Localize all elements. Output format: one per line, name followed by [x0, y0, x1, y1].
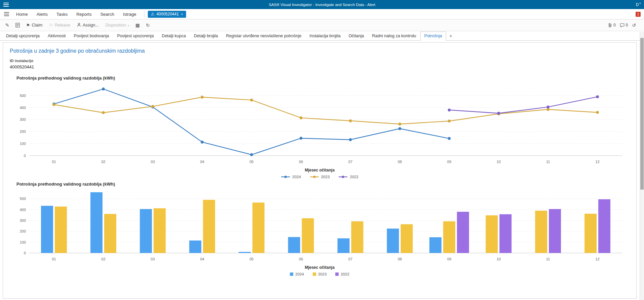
svg-text:07: 07 [348, 257, 352, 261]
nav-item-search[interactable]: Search [96, 12, 119, 17]
svg-text:11: 11 [546, 257, 550, 261]
svg-text:400: 400 [20, 106, 26, 110]
main-navbar: Home Alerts Tasks Reports Search Istrage… [0, 9, 644, 19]
tab-registar-neovlastene-potrosnje[interactable]: Registar utvrđene neovlaštene potrošnje [222, 32, 305, 40]
release-button[interactable]: ⚐Release [46, 21, 73, 29]
tab-potrosnja[interactable]: Potrošnja [420, 32, 446, 41]
nav-item-reports[interactable]: Reports [72, 12, 96, 17]
bar-chart-title: Potrošnja prethodnog validnog razdoblja … [16, 182, 630, 187]
line-chart-title: Potrošnja prethodnog validnog razdoblja … [16, 76, 630, 81]
svg-text:03: 03 [151, 257, 155, 261]
svg-text:0: 0 [24, 154, 26, 158]
user-initial: D [636, 2, 639, 7]
svg-text:05: 05 [250, 257, 254, 261]
svg-text:05: 05 [250, 160, 254, 164]
alert-toolbar: ✎ ⚑Claim ⚐Release Assign... Disposition▾… [0, 19, 644, 31]
tab-aktivnosti[interactable]: Aktivnosti [44, 32, 70, 40]
svg-text:04: 04 [200, 257, 204, 261]
separator [144, 11, 144, 17]
assign-button[interactable]: Assign... [74, 21, 102, 29]
notification-badge[interactable]: 1 [636, 12, 641, 17]
toolbar-right-group: 0 0 ↺ [608, 22, 641, 28]
vertical-scrollbar-thumb[interactable] [640, 38, 644, 190]
history-icon[interactable]: ↺ [632, 22, 636, 28]
legend-item-2023[interactable]: 2023 [313, 272, 327, 276]
paperclip-icon [608, 23, 612, 28]
swatch-icon [335, 272, 339, 276]
bar-chart-legend: 202420232022 [9, 272, 630, 276]
comments-button[interactable]: 0 [620, 23, 628, 28]
installation-id-value: 4000520441 [10, 64, 630, 69]
grid-view-icon[interactable]: ▦ [133, 21, 142, 29]
tab-povijest-upozorenja[interactable]: Povijest upozorenja [113, 32, 158, 40]
legend-item-2022[interactable]: 2022 [338, 175, 358, 179]
svg-text:08: 08 [398, 160, 402, 164]
svg-text:01: 01 [52, 160, 56, 164]
svg-text:06: 06 [299, 257, 303, 261]
window-title: SAS® Visual Investigator - Investigate a… [0, 3, 644, 7]
nav-item-istrage[interactable]: Istrage [119, 12, 141, 17]
line-marker-icon [310, 175, 319, 179]
nav-item-tasks[interactable]: Tasks [52, 12, 72, 17]
swatch-icon [313, 272, 316, 276]
notes-icon[interactable] [13, 22, 23, 29]
hamburger-menu-icon[interactable] [3, 3, 9, 7]
svg-text:100: 100 [20, 240, 26, 244]
nav-list-icon[interactable] [4, 12, 9, 16]
legend-item-2024[interactable]: 2024 [281, 175, 301, 179]
tab-detalji-upozorenja[interactable]: Detalji upozorenja [2, 32, 44, 40]
close-icon[interactable]: × [181, 12, 183, 16]
swatch-icon [290, 272, 293, 276]
svg-text:200: 200 [20, 130, 26, 134]
alert-warning-icon: ⚠ [151, 12, 155, 16]
line-marker-icon [338, 175, 348, 179]
page-title: Potrošnja u zadnje 3 godine po obračunsk… [10, 48, 630, 54]
add-tab-button[interactable]: + [446, 32, 456, 40]
svg-text:02: 02 [101, 160, 105, 164]
legend-item-2022[interactable]: 2022 [335, 272, 349, 276]
svg-text:01: 01 [52, 257, 56, 261]
tab-povijest-bodovanja[interactable]: Povijest bodovanja [70, 32, 113, 40]
assign-person-icon [77, 23, 81, 28]
open-alert-tab[interactable]: ⚠ 4000520441 × [148, 11, 186, 18]
nav-item-alerts[interactable]: Alerts [32, 12, 52, 17]
line-chart-x-axis-title: Mjesec očitanja [9, 168, 630, 172]
chevron-down-icon: ▾ [639, 2, 641, 5]
legend-item-2023[interactable]: 2023 [310, 175, 330, 179]
svg-text:500: 500 [20, 197, 26, 201]
user-menu[interactable]: D▾ [636, 2, 641, 7]
disposition-button[interactable]: Disposition▾ [102, 21, 132, 29]
consumption-bar-chart: 0100200300400500010203040506070809101112 [9, 187, 630, 265]
refresh-icon[interactable]: ↻ [143, 21, 153, 29]
legend-item-2024[interactable]: 2024 [290, 272, 304, 276]
top-window-bar: SAS® Visual Investigator - Investigate a… [0, 0, 644, 9]
svg-text:300: 300 [20, 117, 26, 121]
svg-text:02: 02 [101, 257, 105, 261]
svg-text:200: 200 [20, 229, 26, 233]
chevron-down-icon: ▾ [128, 24, 129, 27]
tab-radni-nalog-za-kontrolu[interactable]: Radni nalog za kontrolu [368, 32, 420, 40]
tab-ocitanja[interactable]: Očitanja [345, 32, 368, 40]
svg-text:04: 04 [200, 160, 204, 164]
svg-text:12: 12 [595, 257, 599, 261]
vertical-scrollbar-track[interactable] [640, 32, 644, 300]
claim-flag-icon: ⚑ [26, 23, 30, 28]
line-marker-icon [281, 175, 290, 179]
tab-detalji-kupca[interactable]: Detalji kupca [158, 32, 190, 40]
consumption-line-chart: 0100200300400500010203040506070809101112 [9, 81, 630, 168]
svg-text:09: 09 [447, 257, 451, 261]
edit-pencil-icon[interactable]: ✎ [3, 21, 12, 29]
svg-text:400: 400 [20, 207, 26, 211]
line-chart-legend: 202420232022 [9, 175, 630, 179]
svg-text:500: 500 [20, 94, 26, 98]
svg-text:07: 07 [348, 160, 352, 164]
comment-bubble-icon [620, 23, 625, 28]
claim-button[interactable]: ⚑Claim [23, 21, 46, 29]
attachments-button[interactable]: 0 [608, 23, 616, 28]
svg-text:10: 10 [497, 257, 501, 261]
nav-item-home[interactable]: Home [12, 12, 32, 17]
svg-text:09: 09 [447, 160, 451, 164]
tab-detalji-brojila[interactable]: Detalji brojila [190, 32, 222, 40]
tab-instalacija-brojila[interactable]: Instalacija brojila [305, 32, 344, 40]
svg-text:300: 300 [20, 218, 26, 222]
